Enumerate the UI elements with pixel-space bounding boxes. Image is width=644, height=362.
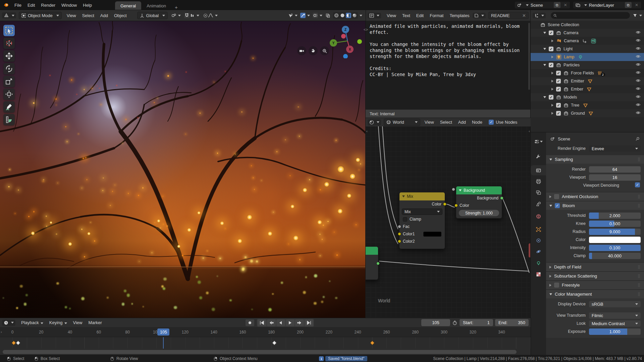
disclosure-open-icon[interactable] (549, 293, 552, 295)
frame-end-field[interactable]: End: 350 (495, 319, 529, 326)
snap-target-icon[interactable] (190, 13, 195, 18)
outliner-row-ember[interactable]: ✓Ember (531, 85, 644, 93)
visibility-toggle[interactable] (635, 30, 641, 36)
text-datablock-browse-button[interactable] (473, 13, 486, 18)
props-tab-physics[interactable] (531, 246, 546, 256)
collection-checkbox[interactable]: ✓ (549, 63, 553, 67)
menu-format[interactable]: Format (430, 13, 443, 18)
close-icon[interactable]: ✕ (562, 3, 569, 7)
color-color-swatch[interactable] (589, 237, 641, 243)
chevron-down-icon[interactable] (639, 15, 642, 16)
pin-icon[interactable] (635, 136, 640, 141)
close-icon[interactable]: ✕ (634, 3, 640, 7)
orientation-dropdown[interactable]: Global (137, 12, 168, 19)
timeline-scrollbar[interactable] (3, 350, 517, 354)
blend-mode-dropdown[interactable]: Mix (402, 208, 442, 215)
collection-checkbox[interactable]: ✓ (549, 95, 553, 100)
menu-object[interactable]: Object (114, 13, 127, 18)
gizmos-toggle-icon[interactable] (300, 13, 306, 18)
visibility-toggle[interactable] (635, 78, 641, 84)
radius-slider[interactable]: 9.000 (589, 229, 641, 235)
disclosure-open-icon[interactable] (543, 48, 546, 50)
outliner-row-camera[interactable]: Camera (531, 37, 644, 45)
visibility-toggle[interactable] (635, 94, 641, 101)
chevron-down-icon[interactable] (178, 15, 181, 16)
region-corner-widget[interactable]: ‹ (529, 129, 530, 133)
menu-templates[interactable]: Templates (449, 13, 469, 18)
close-icon[interactable]: ✕ (522, 13, 526, 18)
disclosure-closed-icon[interactable] (549, 284, 551, 287)
props-tab-texture[interactable] (531, 269, 546, 279)
color1-input-socket[interactable] (398, 232, 401, 236)
view-transform-dropdown[interactable]: Filmic (589, 312, 641, 319)
collection-checkbox[interactable]: ✓ (549, 31, 553, 35)
visibility-toggle[interactable] (635, 38, 641, 44)
render-engine-dropdown[interactable]: Eevee (589, 145, 641, 152)
chevron-down-icon[interactable] (215, 15, 218, 16)
chevron-down-icon[interactable] (295, 15, 298, 16)
navigation-gizmo[interactable]: Z Y X (329, 21, 366, 58)
props-tab-world[interactable] (531, 211, 546, 221)
outliner-row-lamp[interactable]: Lamp (531, 53, 644, 61)
props-tab-output[interactable] (531, 176, 546, 186)
visibility-toggle[interactable] (635, 70, 641, 76)
node-canvas[interactable]: der Mix Color Mix Clamp (366, 126, 531, 318)
menu-edit[interactable]: Edit (28, 3, 35, 8)
overlays-toggle-icon[interactable] (313, 13, 318, 18)
disclosure-closed-icon[interactable] (549, 195, 551, 198)
region-corner-widget[interactable]: <> (364, 27, 368, 32)
background-output-socket[interactable] (500, 196, 503, 200)
text-datablock-field[interactable]: README ✕ (488, 12, 529, 19)
panel-grip-icon[interactable]: ⣿ (638, 265, 641, 269)
pan-view-button[interactable] (309, 46, 318, 55)
pivot-point-icon[interactable] (171, 13, 176, 18)
panel-header-sampling[interactable]: Sampling⣿ (546, 155, 644, 164)
panel-grip-icon[interactable]: ⣿ (638, 274, 641, 278)
keyframe-diamond[interactable] (16, 341, 20, 345)
disclosure-closed-icon[interactable] (551, 56, 553, 58)
falloff-curve-icon[interactable] (208, 13, 213, 18)
breadcrumb[interactable]: Scene (558, 136, 570, 141)
panel-grip-icon[interactable]: ⣿ (638, 194, 641, 199)
scene-browse-icon[interactable] (517, 2, 522, 8)
strength-input-socket[interactable] (452, 188, 455, 191)
keyframe-diamond[interactable] (272, 341, 277, 345)
disclosure-closed-icon[interactable] (551, 72, 553, 74)
tool-cursor-button[interactable] (3, 38, 15, 49)
collection-checkbox[interactable]: ✓ (556, 87, 561, 92)
tool-annotate-button[interactable] (3, 101, 15, 113)
knee-slider[interactable]: 0.500 (589, 221, 641, 227)
shader-datablock-dropdown[interactable]: World (384, 119, 420, 126)
render-layer-name[interactable]: RenderLayer (589, 3, 623, 8)
viewport-denoising-checkbox[interactable]: ✓ (635, 182, 640, 187)
outliner-row-emitter[interactable]: ✓Emitter (531, 77, 644, 85)
scene-name[interactable]: Scene (531, 3, 552, 8)
filter-funnel-icon[interactable] (632, 13, 638, 18)
region-corner-widget[interactable]: › (1, 330, 2, 334)
tab-animation[interactable]: Animation (141, 1, 171, 10)
mesh-indicator[interactable] (588, 111, 594, 116)
disclosure-open-icon[interactable] (543, 96, 546, 98)
menu-node[interactable]: Node (472, 120, 482, 125)
render-field[interactable]: 64 (589, 166, 641, 173)
outliner-search[interactable] (551, 12, 630, 19)
region-corner-widget[interactable]: ‹ (366, 129, 368, 133)
color-output-socket[interactable] (443, 202, 446, 206)
xray-toggle-icon[interactable] (325, 13, 330, 18)
proportional-editing-icon[interactable] (203, 13, 208, 18)
light-data-indicator[interactable] (578, 54, 583, 60)
clamp-checkbox[interactable] (403, 217, 407, 222)
menu-playback[interactable]: Playback (21, 320, 43, 325)
editor-type-viewport-button[interactable] (2, 12, 16, 18)
disclosure-open-icon[interactable] (543, 32, 546, 34)
background-color-input-socket[interactable] (454, 204, 458, 207)
display-device-dropdown[interactable]: sRGB (589, 301, 641, 307)
stopwatch-icon[interactable] (452, 320, 458, 325)
panel-header-color-management[interactable]: Color Management⣿ (546, 290, 644, 298)
collapse-node-icon[interactable] (459, 189, 462, 191)
disclosure-closed-icon[interactable] (551, 104, 553, 107)
text-editor-scrollbar[interactable] (528, 23, 530, 90)
bloom-checkbox[interactable]: ✓ (555, 203, 560, 208)
tool-move-button[interactable] (3, 50, 15, 62)
visibility-toggle[interactable] (635, 46, 641, 52)
